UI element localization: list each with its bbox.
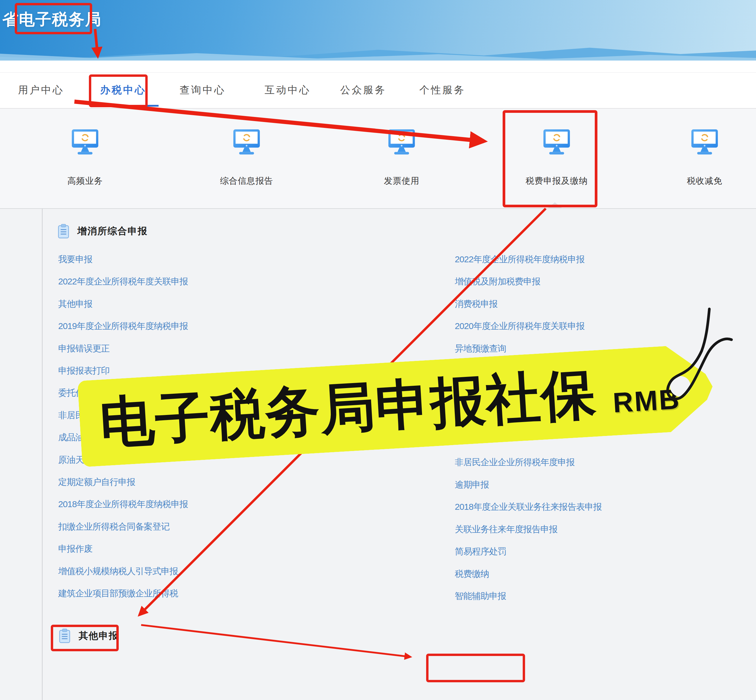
annotation-box-social-insurance xyxy=(426,654,525,682)
tax-service-link[interactable]: 逾期申报 xyxy=(455,479,489,491)
annotation-box-tax-declare-pay xyxy=(503,110,597,207)
annotation-box-logo xyxy=(15,3,92,34)
tax-service-link[interactable]: 智能辅助申报 xyxy=(455,590,506,602)
tax-service-link[interactable]: 关联业务往来年度报告申报 xyxy=(455,523,558,536)
annotation-box-tax-center-tab xyxy=(89,74,148,107)
tax-service-link[interactable]: 2020年度企业所得税年度关联申报 xyxy=(455,320,585,332)
tax-service-link[interactable]: 异地预缴查询 xyxy=(455,343,506,355)
tax-service-link[interactable]: 税费缴纳 xyxy=(455,568,489,580)
tax-service-link[interactable]: 2022年度企业所得税年度纳税申报 xyxy=(455,253,585,266)
tax-service-link[interactable]: 非居民企业企业所得税年度申报 xyxy=(455,456,575,469)
tax-service-link[interactable]: 简易程序处罚 xyxy=(455,545,506,558)
tax-service-link[interactable]: 增值税及附加税费申报 xyxy=(455,276,540,288)
annotation-box-other-section xyxy=(51,625,119,651)
tax-service-link[interactable]: 2018年度企业关联业务往来报告表申报 xyxy=(455,501,602,513)
tax-service-link[interactable]: 消费税申报 xyxy=(455,298,498,310)
